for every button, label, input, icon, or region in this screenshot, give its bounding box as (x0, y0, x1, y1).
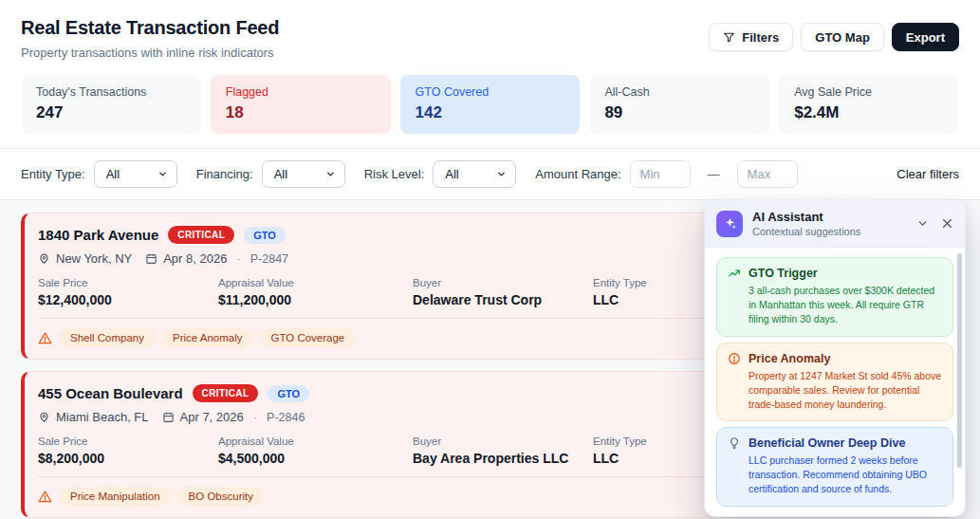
warning-triangle-icon (38, 490, 52, 504)
risk-tag: Price Anomaly (162, 328, 253, 347)
stat-label: Avg Sale Price (794, 85, 944, 99)
transaction-id: P-2847 (250, 252, 288, 266)
trending-up-icon (728, 267, 741, 280)
stat-todays-transactions: Today's Transactions 247 (21, 75, 201, 134)
field-label: Sale Price (38, 277, 218, 288)
risk-badge: CRITICAL (168, 226, 234, 244)
stat-value: $2.4M (794, 103, 944, 122)
field-value: $8,200,000 (38, 451, 218, 466)
warning-triangle-icon (38, 331, 52, 345)
suggestion-title: Price Anomaly (749, 352, 830, 365)
financing-select[interactable]: All (262, 160, 345, 188)
suggestion-beneficial-owner[interactable]: Beneficial Owner Deep Dive LLC purchaser… (716, 427, 953, 507)
risk-tag: GTO Coverage (261, 328, 356, 347)
property-location: Miami Beach, FL (56, 410, 149, 424)
stat-label: All-Cash (604, 85, 754, 99)
ai-panel-subtitle: Contextual suggestions (752, 226, 860, 237)
field-appraisal-value: Appraisal Value $11,200,000 (218, 277, 413, 307)
field-value: $11,200,000 (218, 292, 413, 307)
filters-button[interactable]: Filters (709, 23, 793, 51)
field-label: Appraisal Value (218, 436, 413, 447)
chevron-down-icon (325, 169, 336, 179)
risk-level-select[interactable]: All (433, 160, 516, 188)
field-value: Delaware Trust Corp (413, 292, 593, 307)
entity-type-label: Entity Type: (21, 167, 85, 181)
suggestion-body: 3 all-cash purchases over $300K detected… (749, 284, 942, 326)
clear-filters-link[interactable]: Clear filters (897, 167, 959, 181)
amount-range-filter: Amount Range: — (535, 160, 797, 188)
ai-sparkle-icon (716, 211, 743, 237)
export-button-label: Export (906, 30, 945, 45)
gto-map-button[interactable]: GTO Map (801, 23, 884, 51)
field-label: Appraisal Value (218, 277, 413, 288)
ai-panel-body: GTO Trigger 3 all-cash purchases over $3… (705, 248, 965, 516)
stat-value: 18 (226, 103, 376, 122)
field-label: Buyer (413, 436, 593, 447)
ai-panel-title: AI Assistant (752, 210, 860, 224)
dot-separator: · (236, 251, 240, 266)
ai-panel-controls (916, 217, 953, 230)
page-subtitle: Property transactions with inline risk i… (21, 46, 279, 60)
entity-type-selected-value: All (106, 167, 120, 181)
ai-panel-header: AI Assistant Contextual suggestions (705, 200, 965, 248)
stat-label: Today's Transactions (36, 85, 186, 99)
gto-map-button-label: GTO Map (815, 30, 870, 45)
page-title: Real Estate Transaction Feed (21, 17, 279, 39)
amount-max-input[interactable] (737, 160, 798, 188)
field-value: $12,400,000 (38, 292, 218, 307)
transaction-id: P-2846 (267, 411, 305, 424)
transaction-date: Apr 7, 2026 (180, 410, 244, 424)
export-button[interactable]: Export (892, 23, 959, 51)
field-buyer: Buyer Bay Area Properties LLC (413, 436, 593, 466)
stat-gto-covered: GTO Covered 142 (400, 75, 581, 134)
ai-panel-scrollbar[interactable] (957, 253, 962, 468)
suggestion-header: Price Anomaly (728, 352, 942, 365)
property-location: New York, NY (56, 251, 132, 266)
financing-selected-value: All (274, 167, 287, 181)
stat-label: GTO Covered (416, 85, 565, 99)
suggestion-gto-trigger[interactable]: GTO Trigger 3 all-cash purchases over $3… (716, 257, 953, 337)
suggestion-price-anomaly[interactable]: Price Anomaly Property at 1247 Market St… (716, 343, 953, 422)
suggestion-header: Beneficial Owner Deep Dive (728, 436, 942, 450)
field-value: Bay Area Properties LLC (413, 451, 593, 466)
gto-badge: GTO (268, 385, 309, 402)
calendar-icon (162, 411, 175, 423)
stat-value: 89 (604, 103, 754, 122)
field-buyer: Buyer Delaware Trust Corp (413, 277, 593, 307)
risk-level-selected-value: All (445, 167, 458, 181)
calendar-icon (145, 252, 157, 265)
ai-panel-titles: AI Assistant Contextual suggestions (752, 210, 860, 237)
filter-bar: Entity Type: All Financing: All Risk Lev… (0, 148, 980, 200)
field-sale-price: Sale Price $8,200,000 (38, 436, 218, 466)
stat-avg-sale-price: Avg Sale Price $2.4M (779, 75, 959, 134)
amount-range-label: Amount Range: (535, 167, 620, 181)
risk-badge: CRITICAL (193, 384, 259, 402)
stats-row: Today's Transactions 247 Flagged 18 GTO … (0, 75, 980, 134)
map-pin-icon (38, 411, 50, 423)
field-appraisal-value: Appraisal Value $4,500,000 (218, 436, 413, 466)
risk-tag: Price Manipulation (60, 487, 171, 506)
risk-tag: Shell Company (60, 328, 155, 347)
suggestion-title: Beneficial Owner Deep Dive (749, 436, 905, 450)
header-actions: Filters GTO Map Export (709, 23, 959, 60)
stat-all-cash: All-Cash 89 (589, 75, 769, 134)
risk-level-label: Risk Level: (364, 167, 425, 181)
stat-label: Flagged (226, 85, 376, 99)
entity-type-select[interactable]: All (94, 160, 177, 188)
suggestion-body: LLC purchaser formed 2 weeks before tran… (749, 454, 942, 496)
amount-min-input[interactable] (630, 160, 691, 188)
page-header: Real Estate Transaction Feed Property tr… (0, 0, 980, 60)
collapse-chevron-icon[interactable] (916, 217, 929, 230)
alert-circle-icon (728, 352, 741, 365)
stat-value: 142 (416, 103, 565, 122)
field-label: Buyer (413, 277, 593, 288)
chevron-down-icon (496, 169, 507, 179)
field-sale-price: Sale Price $12,400,000 (38, 277, 218, 307)
entity-type-filter: Entity Type: All (21, 160, 177, 188)
close-icon[interactable] (941, 217, 953, 230)
risk-level-filter: Risk Level: All (364, 160, 517, 188)
ai-assistant-panel: AI Assistant Contextual suggestions GTO … (704, 199, 966, 517)
chevron-down-icon (157, 169, 168, 179)
header-titles: Real Estate Transaction Feed Property tr… (21, 17, 279, 60)
property-address: 1840 Park Avenue (38, 227, 158, 243)
